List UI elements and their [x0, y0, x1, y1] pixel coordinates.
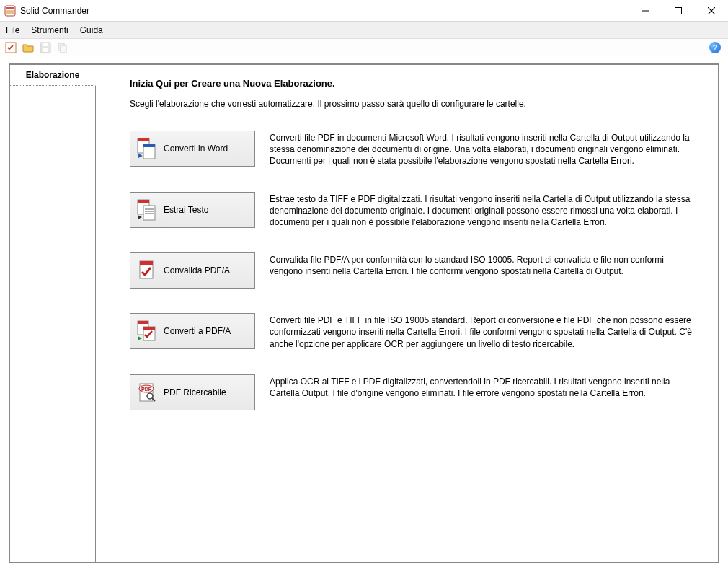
svg-rect-18: [138, 200, 149, 203]
option-description: Estrae testo da TIFF e PDF digitalizzati…: [270, 192, 696, 229]
option-label: PDF Ricercabile: [164, 387, 226, 397]
option-description: Convalida file PDF/A per conformità con …: [270, 252, 696, 277]
convert-pdfa-icon: [135, 320, 158, 343]
svg-rect-26: [138, 321, 148, 324]
option-label: Estrai Testo: [164, 205, 208, 215]
option-row: Convalida PDF/A Convalida file PDF/A per…: [130, 252, 696, 289]
new-process-button[interactable]: [3, 40, 19, 55]
svg-rect-4: [675, 7, 682, 14]
pdf-to-word-icon: [135, 137, 158, 160]
page-subtext: Scegli l'elaborazione che vorresti autom…: [130, 99, 696, 109]
svg-rect-12: [61, 45, 66, 53]
svg-rect-10: [43, 43, 48, 46]
side-tab-container: Elaborazione: [10, 65, 95, 562]
tab-elaborazione[interactable]: Elaborazione: [9, 64, 96, 86]
maximize-button[interactable]: [662, 0, 695, 21]
app-icon: [4, 5, 16, 17]
svg-rect-28: [143, 327, 155, 330]
menu-tools[interactable]: Strumenti: [31, 25, 68, 35]
menu-help[interactable]: Guida: [80, 25, 103, 35]
option-description: Applica OCR ai TIFF e i PDF digitalizzat…: [270, 374, 696, 399]
minimize-button[interactable]: [629, 0, 662, 21]
option-label: Converti a PDF/A: [164, 326, 231, 336]
title-bar: Solid Commander: [0, 0, 728, 22]
toolbar: ?: [0, 39, 728, 56]
menu-file[interactable]: File: [6, 25, 19, 35]
svg-rect-14: [138, 138, 149, 141]
searchable-pdf-button[interactable]: PDF PDF Ricercabile: [130, 374, 255, 410]
option-row: Converti in Word Converti file PDF in do…: [130, 131, 696, 167]
option-row: Estrai Testo Estrae testo da TIFF e PDF …: [130, 192, 696, 229]
svg-rect-2: [6, 10, 14, 14]
convert-to-pdfa-button[interactable]: Converti a PDF/A: [130, 313, 255, 349]
validate-pdfa-icon: [135, 259, 158, 282]
validate-pdfa-button[interactable]: Convalida PDF/A: [130, 252, 255, 289]
open-folder-button[interactable]: [20, 40, 36, 55]
window-controls: [629, 0, 728, 21]
option-row: Converti a PDF/A Converti file PDF e TIF…: [130, 313, 696, 350]
svg-rect-1: [6, 7, 14, 9]
menu-bar: File Strumenti Guida: [0, 22, 728, 39]
help-icon[interactable]: ?: [709, 42, 721, 53]
option-label: Converti in Word: [164, 144, 228, 154]
extract-text-icon: [135, 198, 158, 221]
option-description: Converti file PDF e TIFF in file ISO 190…: [270, 313, 696, 350]
option-description: Converti file PDF in documenti Microsoft…: [270, 131, 696, 167]
svg-rect-16: [143, 144, 155, 147]
searchable-pdf-icon: PDF: [135, 381, 158, 404]
option-label: Convalida PDF/A: [164, 265, 230, 276]
page-heading: Inizia Qui per Creare una Nuova Elaboraz…: [130, 78, 696, 89]
svg-text:PDF: PDF: [141, 387, 152, 392]
main-panel: Elaborazione Inizia Qui per Creare una N…: [9, 63, 719, 563]
client-area: Elaborazione Inizia Qui per Creare una N…: [0, 56, 728, 572]
save-button[interactable]: [37, 40, 53, 55]
content-area: Inizia Qui per Creare una Nuova Elaboraz…: [95, 65, 718, 562]
svg-rect-9: [43, 48, 48, 52]
tab-label: Elaborazione: [26, 70, 80, 80]
close-button[interactable]: [695, 0, 728, 21]
convert-to-word-button[interactable]: Converti in Word: [130, 131, 255, 167]
option-row: PDF PDF Ricercabile Applica OCR ai TIFF …: [130, 374, 696, 410]
window-title: Solid Commander: [20, 6, 89, 16]
extract-text-button[interactable]: Estrai Testo: [130, 192, 255, 228]
svg-rect-19: [143, 206, 155, 220]
svg-rect-24: [140, 261, 153, 265]
copy-button[interactable]: [55, 40, 71, 55]
